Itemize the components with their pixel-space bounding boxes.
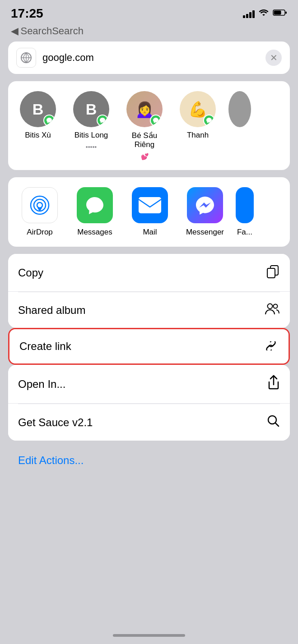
mail-icon [132,187,168,223]
airdrop-icon [22,187,58,223]
contact-more[interactable] [228,91,251,160]
svg-point-14 [274,304,278,308]
battery-icon [273,9,287,18]
action-shared-album-label: Shared album [18,304,85,317]
app-item-messages[interactable]: Messages [70,187,119,237]
contact-thanh[interactable]: 💪 Thanh [175,91,220,160]
app-item-more[interactable]: Fa... [236,187,254,237]
contact-name-thanh: Thanh [187,131,209,140]
app-item-mail[interactable]: Mail [126,187,174,237]
browser-icon [16,48,36,68]
app-label-airdrop: AirDrop [27,228,53,237]
wifi-icon [258,9,269,18]
svg-rect-1 [274,11,281,15]
contact-name-bitis-long: Bitis Long [74,131,108,140]
status-bar: 17:25 [0,0,298,24]
highlighted-wrapper: Create link [8,328,290,365]
action-shared-album[interactable]: Shared album [8,292,290,328]
contact-sub-be-sau: 💕 [141,153,149,160]
url-bar: google.com ✕ [8,41,290,74]
contact-name-bitis-xu: Bitis Xù [25,131,51,140]
contact-bitis-xu[interactable]: B Bitis Xù [15,91,61,160]
message-badge-thanh [203,115,215,126]
svg-rect-12 [267,268,275,278]
contact-bitis-long[interactable]: B Bitis Long ••••• [69,91,114,160]
url-close-button[interactable]: ✕ [265,50,282,66]
app-label-messenger: Messenger [186,228,224,237]
message-badge-be-sau [150,115,162,126]
apps-section: AirDrop Messages Mail [8,177,290,247]
avatar-thanh: 💪 [180,91,216,127]
more-app-icon [236,187,254,223]
back-navigation[interactable]: ◀ SearchSearch [0,24,298,41]
copy-icon [265,264,280,281]
status-icons [243,9,287,18]
messenger-icon [187,187,223,223]
signal-bars-icon [243,9,255,18]
close-icon: ✕ [270,53,278,62]
action-copy-label: Copy [18,267,43,279]
back-label-text: Search [52,25,84,37]
url-text[interactable]: google.com [42,52,259,64]
search-icon [266,414,280,431]
avatar-more [228,91,251,127]
action-create-link[interactable]: Create link [9,329,289,363]
share-icon [267,375,280,393]
avatar-be-sau: 🙍‍♀️ [126,91,163,127]
message-badge-bitis-xu [43,115,55,126]
message-badge-bitis-long [97,115,108,126]
svg-rect-10 [139,197,161,213]
messages-icon [77,187,113,223]
action-copy[interactable]: Copy [8,254,290,292]
contact-name-be-sau: Bé Sầu Riêng [122,131,167,149]
action-get-sauce[interactable]: Get Sauce v2.1 [8,404,290,441]
edit-actions-button[interactable]: Edit Actions... [18,454,84,466]
app-item-messenger[interactable]: Messenger [181,187,229,237]
avatar-bitis-long: B [73,91,109,127]
svg-rect-2 [285,12,287,14]
action-list-top: Copy Shared album [8,254,290,328]
people-icon [265,302,280,318]
action-create-link-label: Create link [19,340,71,353]
app-label-messages: Messages [77,228,112,237]
contact-be-sau[interactable]: 🙍‍♀️ Bé Sầu Riêng 💕 [122,91,167,160]
contacts-row: B Bitis Xù B Bitis Long ••••• 🙍‍♀️ [15,91,283,160]
action-open-in-label: Open In... [18,378,65,391]
status-time: 17:25 [11,6,43,21]
app-label-more: Fa... [237,228,252,237]
contact-sub-bitis-long: ••••• [86,143,97,151]
avatar-bitis-xu: B [20,91,56,127]
app-label-mail: Mail [143,228,157,237]
link-icon [263,339,279,354]
action-list-bottom: Open In... Get Sauce v2.1 [8,365,290,441]
app-item-airdrop[interactable]: AirDrop [15,187,64,237]
svg-point-13 [268,304,273,309]
apps-row: AirDrop Messages Mail [15,187,283,237]
svg-point-8 [37,202,42,208]
action-get-sauce-label: Get Sauce v2.1 [18,416,93,429]
action-open-in[interactable]: Open In... [8,365,290,404]
contacts-section: B Bitis Xù B Bitis Long ••••• 🙍‍♀️ [8,81,290,170]
home-indicator [113,634,185,637]
back-label[interactable]: Search [20,25,52,37]
back-chevron-icon: ◀ [11,25,19,37]
edit-actions-section[interactable]: Edit Actions... [8,445,290,476]
